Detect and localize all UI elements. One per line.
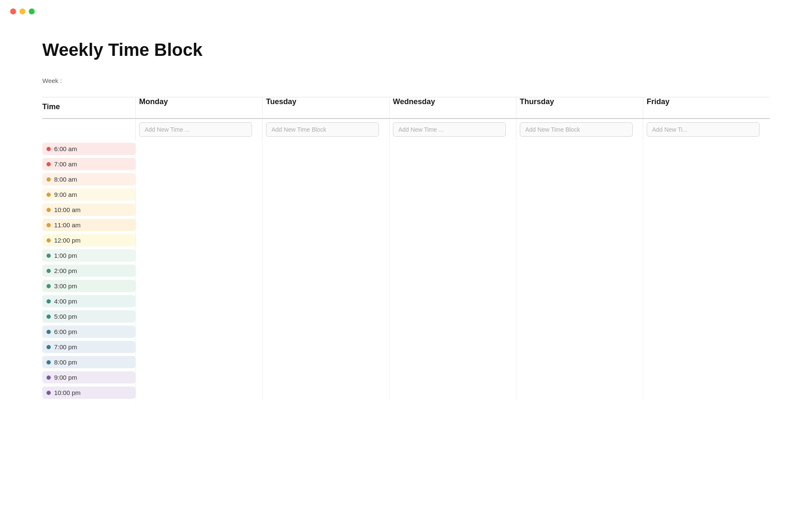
time-dot <box>47 254 51 258</box>
wednesday-time-cell-11 <box>389 309 516 325</box>
col-header-wednesday: Wednesday <box>389 97 516 119</box>
friday-time-cell-7 <box>643 248 770 264</box>
wednesday-time-cell-7 <box>389 248 516 264</box>
time-dot <box>47 238 51 243</box>
time-dot <box>47 284 51 288</box>
monday-time-cell-13 <box>135 340 262 355</box>
add-monday-button[interactable]: Add New Time ... <box>139 122 252 137</box>
time-label-cell: 4:00 pm <box>42 294 135 309</box>
time-label-cell: 1:00 pm <box>42 248 135 264</box>
time-text: 12:00 pm <box>54 237 81 244</box>
time-text: 6:00 pm <box>54 328 77 335</box>
col-header-time: Time <box>42 97 135 119</box>
time-text: 10:00 am <box>54 206 81 213</box>
minimize-button[interactable] <box>19 8 25 14</box>
monday-time-cell-9 <box>135 279 262 294</box>
time-slot: 2:00 pm <box>42 265 135 277</box>
friday-time-cell-12 <box>643 325 770 340</box>
time-dot <box>47 315 51 319</box>
friday-time-cell-4 <box>643 203 770 218</box>
tuesday-time-cell-2 <box>262 172 389 188</box>
friday-time-cell-10 <box>643 294 770 309</box>
add-thursday-button[interactable]: Add New Time Block <box>520 122 633 137</box>
time-label-cell: 6:00 am <box>42 142 135 157</box>
wednesday-time-cell-15 <box>389 370 516 386</box>
monday-time-cell-0 <box>135 142 262 157</box>
friday-add-cell: Add New Ti... <box>643 119 770 140</box>
time-slot: 8:00 pm <box>42 356 135 368</box>
time-label-cell: 3:00 pm <box>42 279 135 294</box>
friday-time-cell-8 <box>643 264 770 279</box>
close-button[interactable] <box>10 8 16 14</box>
add-wednesday-button[interactable]: Add New Time ... <box>393 122 506 137</box>
friday-time-cell-14 <box>643 355 770 370</box>
monday-time-cell-14 <box>135 355 262 370</box>
time-label-cell: 5:00 pm <box>42 309 135 325</box>
wednesday-time-cell-14 <box>389 355 516 370</box>
time-label-cell: 8:00 pm <box>42 355 135 370</box>
time-dot <box>47 162 51 166</box>
thursday-time-cell-0 <box>516 142 643 157</box>
time-text: 9:00 pm <box>54 374 77 381</box>
time-dot <box>47 345 51 349</box>
monday-time-cell-12 <box>135 325 262 340</box>
monday-time-cell-5 <box>135 218 262 233</box>
wednesday-time-cell-0 <box>389 142 516 157</box>
tuesday-time-cell-11 <box>262 309 389 325</box>
thursday-time-cell-11 <box>516 309 643 325</box>
monday-time-cell-2 <box>135 172 262 188</box>
time-text: 10:00 pm <box>54 389 81 396</box>
time-slot: 9:00 am <box>42 188 135 201</box>
friday-time-cell-13 <box>643 340 770 355</box>
time-label-cell: 7:00 am <box>42 157 135 172</box>
tuesday-time-cell-5 <box>262 218 389 233</box>
monday-time-cell-11 <box>135 309 262 325</box>
friday-time-cell-2 <box>643 172 770 188</box>
friday-time-cell-0 <box>643 142 770 157</box>
thursday-time-cell-15 <box>516 370 643 386</box>
monday-time-cell-16 <box>135 386 262 401</box>
time-dot <box>47 177 51 182</box>
time-dot <box>47 360 51 364</box>
add-tuesday-button[interactable]: Add New Time Block <box>266 122 379 137</box>
wednesday-time-cell-10 <box>389 294 516 309</box>
friday-time-cell-16 <box>643 386 770 401</box>
monday-time-cell-6 <box>135 233 262 248</box>
tuesday-time-cell-8 <box>262 264 389 279</box>
wednesday-time-cell-12 <box>389 325 516 340</box>
time-text: 1:00 pm <box>54 252 77 259</box>
tuesday-time-cell-15 <box>262 370 389 386</box>
monday-time-cell-7 <box>135 248 262 264</box>
maximize-button[interactable] <box>29 8 35 14</box>
time-dot <box>47 330 51 334</box>
col-header-friday: Friday <box>643 97 770 119</box>
time-slot: 6:00 am <box>42 143 135 155</box>
time-slot: 8:00 am <box>42 173 135 185</box>
monday-time-cell-15 <box>135 370 262 386</box>
monday-add-cell: Add New Time ... <box>135 119 262 140</box>
time-label-cell: 11:00 am <box>42 218 135 233</box>
wednesday-time-cell-6 <box>389 233 516 248</box>
add-friday-button[interactable]: Add New Ti... <box>647 122 760 137</box>
friday-time-cell-15 <box>643 370 770 386</box>
time-label-cell: 6:00 pm <box>42 325 135 340</box>
time-slot: 7:00 am <box>42 158 135 170</box>
wednesday-time-cell-4 <box>389 203 516 218</box>
time-slot: 9:00 pm <box>42 371 135 384</box>
friday-time-cell-5 <box>643 218 770 233</box>
traffic-lights <box>0 0 812 23</box>
time-text: 8:00 pm <box>54 359 77 366</box>
thursday-time-cell-13 <box>516 340 643 355</box>
tuesday-time-cell-1 <box>262 157 389 172</box>
thursday-time-cell-8 <box>516 264 643 279</box>
time-text: 7:00 pm <box>54 343 77 351</box>
monday-time-cell-10 <box>135 294 262 309</box>
tuesday-time-cell-13 <box>262 340 389 355</box>
week-label: Week : <box>42 77 770 84</box>
time-dot <box>47 375 51 380</box>
tuesday-time-cell-0 <box>262 142 389 157</box>
thursday-time-cell-10 <box>516 294 643 309</box>
col-header-monday: Monday <box>135 97 262 119</box>
thursday-time-cell-16 <box>516 386 643 401</box>
time-label-cell: 2:00 pm <box>42 264 135 279</box>
